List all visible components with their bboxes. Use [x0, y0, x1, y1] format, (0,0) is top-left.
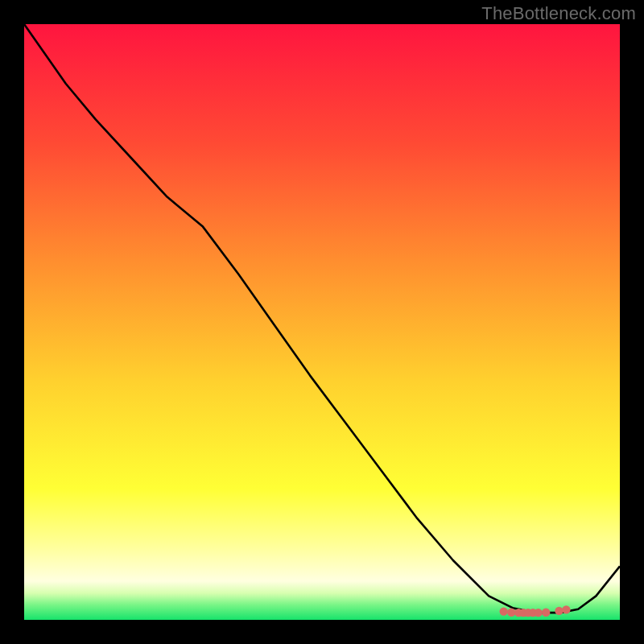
- bottleneck-chart: [0, 0, 644, 644]
- marker-dot: [500, 607, 508, 615]
- marker-dot: [555, 607, 563, 615]
- marker-dot: [542, 609, 550, 617]
- attribution-text: TheBottleneck.com: [481, 3, 636, 24]
- marker-dot: [562, 605, 570, 613]
- plot-background: [24, 24, 620, 620]
- marker-dot: [507, 609, 515, 617]
- chart-container: TheBottleneck.com: [0, 0, 644, 644]
- marker-dot: [534, 609, 542, 617]
